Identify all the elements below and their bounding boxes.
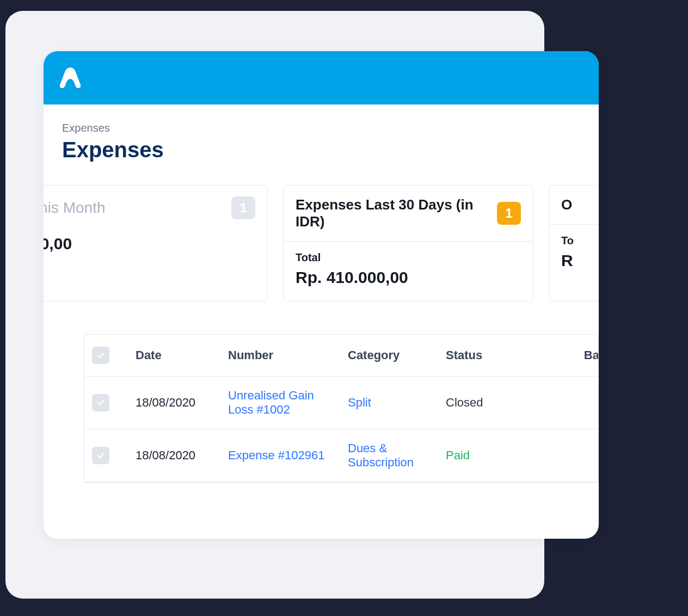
cell-balance: Rp. (525, 429, 599, 482)
card-amount-fragment: R (561, 251, 599, 270)
app-window: Expenses Expenses This Month 1 00,00 Exp… (44, 51, 599, 539)
row-checkbox[interactable] (92, 394, 109, 411)
card-amount: Rp. 410.000,00 (296, 268, 521, 287)
card-badge: 1 (231, 196, 255, 219)
category-link[interactable]: Split (348, 396, 371, 409)
card-sublabel-fragment: To (561, 235, 599, 247)
breadcrumb[interactable]: Expenses (62, 122, 599, 134)
card-badge: 1 (497, 202, 521, 225)
card-amount-fragment: 00,00 (44, 235, 255, 253)
titlebar (44, 51, 599, 104)
table-row[interactable]: 18/08/2020Unrealised Gain Loss #1002Spli… (84, 377, 599, 429)
table-row[interactable]: 18/08/2020Expense #102961Dues & Subscrip… (84, 429, 599, 482)
status-badge: Closed (446, 396, 483, 409)
summary-card-this-month[interactable]: This Month 1 00,00 (44, 185, 268, 301)
summary-cards-row: This Month 1 00,00 Expenses Last 30 Days… (44, 185, 599, 301)
select-all-checkbox[interactable] (92, 347, 109, 364)
col-header-balance[interactable]: Balanc (525, 335, 599, 377)
card-title-fragment: O (561, 196, 572, 213)
row-checkbox[interactable] (92, 447, 109, 464)
expense-number-link[interactable]: Expense #102961 (228, 448, 324, 462)
col-header-number[interactable]: Number (220, 335, 340, 377)
col-header-category[interactable]: Category (340, 335, 438, 377)
col-header-date[interactable]: Date (128, 335, 220, 377)
status-badge: Paid (446, 448, 470, 462)
logo-icon (57, 64, 84, 91)
expenses-table-wrap: Date Number Category Status Balanc 18/08… (84, 334, 599, 483)
cell-balance: Rp. (525, 377, 599, 429)
col-header-status[interactable]: Status (438, 335, 525, 377)
summary-card-last-30-days[interactable]: Expenses Last 30 Days (in IDR) 1 Total R… (283, 185, 533, 301)
category-link[interactable]: Dues & Subscription (348, 441, 414, 469)
content-area: Expenses Expenses This Month 1 00,00 Exp… (44, 104, 599, 483)
check-icon (96, 398, 106, 408)
expense-number-link[interactable]: Unrealised Gain Loss #1002 (228, 389, 314, 416)
card-sublabel: Total (296, 251, 521, 264)
expenses-table: Date Number Category Status Balanc 18/08… (84, 335, 599, 482)
card-title: Expenses Last 30 Days (in IDR) (296, 196, 488, 230)
check-icon (96, 451, 106, 460)
page-title: Expenses (62, 138, 599, 162)
cell-date: 18/08/2020 (128, 377, 220, 429)
check-icon (96, 350, 106, 360)
table-header-row: Date Number Category Status Balanc (84, 335, 599, 377)
summary-card-right-peek[interactable]: O To R (549, 185, 599, 301)
cell-date: 18/08/2020 (128, 429, 220, 482)
card-title: This Month (44, 199, 106, 217)
